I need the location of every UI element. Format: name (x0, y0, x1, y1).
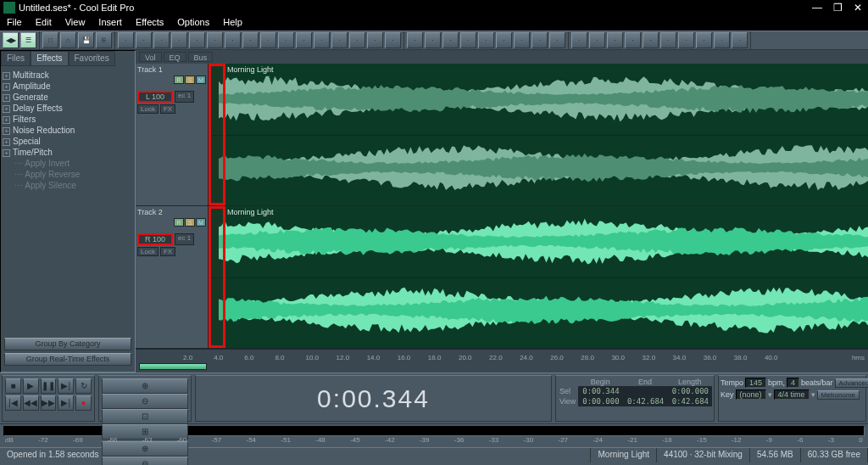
menu-options[interactable]: Options (170, 15, 216, 31)
forward-button[interactable]: ▶▶ (41, 395, 57, 411)
rec-device[interactable]: ec 1 (175, 233, 194, 245)
play-button[interactable]: ▶ (23, 378, 39, 394)
toolbar-edit-btn-9[interactable]: · (278, 32, 294, 48)
toolbar-edit-btn-3[interactable]: · (171, 32, 187, 48)
sel-value[interactable]: 0:42.684 (667, 396, 712, 406)
sel-value[interactable] (623, 386, 668, 396)
toolbar-save-btn[interactable]: 💾 (78, 32, 94, 48)
effects-tree[interactable]: +Multitrack+Amplitude+Generate+Delay Eff… (1, 66, 135, 334)
toolbar-edit-btn-15[interactable]: · (385, 32, 401, 48)
toolbar-multitrack-btn[interactable]: ☰ (20, 32, 36, 48)
tree-amplitude[interactable]: +Amplitude (3, 81, 133, 92)
toolbar-misc-btn-6[interactable]: · (678, 32, 694, 48)
track-solo-btn[interactable]: S (185, 76, 195, 84)
toolbar-edit-btn-0[interactable]: · (118, 32, 134, 48)
toolbar-misc-btn-7[interactable]: · (696, 32, 712, 48)
toolbar-misc-btn-3[interactable]: · (625, 32, 641, 48)
toolbar-edit-btn-1[interactable]: · (136, 32, 152, 48)
key-value[interactable]: (none) (736, 389, 766, 400)
pause-button[interactable]: ❚❚ (41, 378, 57, 394)
track-mute-btn[interactable]: M (196, 218, 206, 227)
zoom-out-h-button[interactable]: ⊖ (102, 394, 188, 409)
go-start-button[interactable]: |◀ (5, 395, 21, 411)
selection-marker[interactable] (209, 64, 225, 205)
tree-multitrack[interactable]: +Multitrack (3, 70, 133, 81)
waveform-1[interactable]: Morning Light (209, 64, 868, 205)
toolbar-misc-btn-9[interactable]: · (732, 32, 748, 48)
toolbar-edit-btn-4[interactable]: · (189, 32, 205, 48)
panel-tab-effects[interactable]: Effects (31, 51, 68, 66)
pan-value[interactable]: R 100 (137, 233, 173, 245)
toolbar-misc-btn-1[interactable]: · (589, 32, 605, 48)
time-ruler[interactable]: 2.04.06.08.010.012.014.016.018.020.022.0… (136, 349, 868, 362)
track-tab-eq[interactable]: EQ (164, 52, 186, 62)
menu-effects[interactable]: Effects (129, 15, 170, 31)
record-button[interactable]: ● (75, 395, 92, 411)
track-fx[interactable]: FX (160, 104, 175, 114)
advanced-button[interactable]: Advanced (835, 378, 868, 388)
track-rec-btn[interactable]: R (174, 76, 184, 84)
panel-tab-files[interactable]: Files (1, 51, 31, 66)
toolbar-edit-btn-7[interactable]: · (242, 32, 259, 48)
maximize-button[interactable]: ❐ (827, 0, 848, 15)
minimize-button[interactable]: — (807, 0, 827, 15)
toolbar-edit-btn-6[interactable]: · (225, 32, 241, 48)
toolbar-fx-btn-7[interactable]: · (531, 32, 548, 48)
pan-value[interactable]: L 100 (137, 91, 173, 103)
close-button[interactable]: ✕ (848, 0, 868, 15)
sel-value[interactable]: 0:42.684 (623, 396, 668, 406)
toolbar-fx-btn-6[interactable]: · (514, 32, 530, 48)
track-fx[interactable]: FX (160, 247, 175, 256)
menu-edit[interactable]: Edit (29, 15, 58, 31)
tree-apply-silence[interactable]: ⋯ Apply Silence (3, 180, 133, 191)
menu-view[interactable]: View (58, 15, 92, 31)
beats-value[interactable]: 4 (787, 378, 799, 388)
timesig-value[interactable]: 4/4 time (774, 389, 810, 400)
menu-help[interactable]: Help (216, 15, 249, 31)
toolbar-misc-btn-5[interactable]: · (660, 32, 676, 48)
waveform-2[interactable]: Morning Light (209, 206, 868, 348)
tree-time-pitch[interactable]: +Time/Pitch (3, 147, 133, 158)
panel-btn-group-by-category[interactable]: Group By Category (4, 338, 131, 350)
toolbar-saveall-btn[interactable]: ⎘ (96, 32, 112, 48)
zoom-full-button[interactable]: ⊡ (102, 409, 188, 424)
toolbar-fx-btn-8[interactable]: · (549, 32, 565, 48)
rec-device[interactable]: ec 1 (175, 91, 194, 103)
tree-apply-reverse[interactable]: ⋯ Apply Reverse (3, 169, 133, 180)
selection-marker[interactable] (209, 206, 225, 348)
toolbar-edit-btn-11[interactable]: · (314, 32, 330, 48)
sel-value[interactable]: 0:00.000 (578, 396, 623, 406)
toolbar-edit-btn-2[interactable]: · (153, 32, 170, 48)
toolbar-edit-btn-14[interactable]: · (367, 32, 383, 48)
panel-btn-group-real-time-effects[interactable]: Group Real-Time Effects (4, 353, 131, 366)
track-tab-vol[interactable]: Vol (139, 52, 162, 62)
tree-filters[interactable]: +Filters (3, 114, 133, 125)
toolbar-edit-btn-10[interactable]: · (296, 32, 312, 48)
sel-value[interactable]: 0:00.344 (578, 386, 623, 396)
track-rec-btn[interactable]: R (174, 218, 184, 227)
toolbar-misc-btn-4[interactable]: · (643, 32, 659, 48)
track-lock[interactable]: Lock (137, 104, 159, 114)
stop-button[interactable]: ■ (5, 378, 21, 394)
toolbar-waveform-btn[interactable]: ◀▶ (3, 32, 19, 48)
loop-button[interactable]: ↻ (75, 378, 92, 394)
toolbar-new-btn[interactable]: □ (42, 32, 58, 48)
toolbar-edit-btn-8[interactable]: · (260, 32, 276, 48)
toolbar-fx-btn-4[interactable]: · (478, 32, 494, 48)
rewind-button[interactable]: ◀◀ (23, 395, 39, 411)
tree-delay-effects[interactable]: +Delay Effects (3, 103, 133, 114)
toolbar-edit-btn-12[interactable]: · (331, 32, 348, 48)
tree-generate[interactable]: +Generate (3, 92, 133, 103)
toolbar-fx-btn-1[interactable]: · (425, 32, 441, 48)
toolbar-fx-btn-0[interactable]: · (407, 32, 423, 48)
toolbar-misc-btn-0[interactable]: · (571, 32, 587, 48)
toolbar-misc-btn-8[interactable]: · (714, 32, 730, 48)
menu-insert[interactable]: Insert (92, 15, 129, 31)
tree-special[interactable]: +Special (3, 136, 133, 147)
metronome-button[interactable]: Metronome (817, 390, 860, 400)
toolbar-edit-btn-13[interactable]: · (349, 32, 365, 48)
go-end-button[interactable]: ▶| (58, 395, 74, 411)
toolbar-edit-btn-5[interactable]: · (207, 32, 223, 48)
play-end-button[interactable]: ▶| (58, 378, 74, 394)
toolbar-fx-btn-5[interactable]: · (496, 32, 512, 48)
